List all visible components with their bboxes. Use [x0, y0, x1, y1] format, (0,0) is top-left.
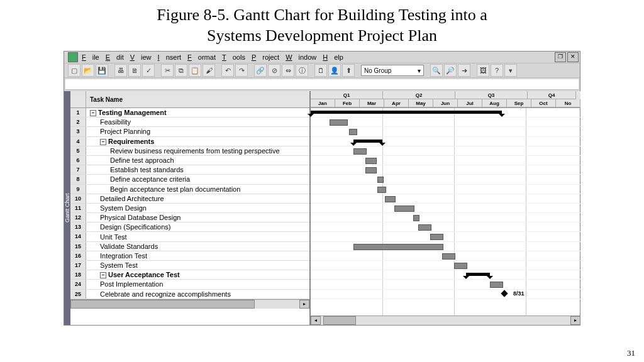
undo-icon[interactable]: ↶ [221, 64, 234, 77]
task-row[interactable]: 11System Design [70, 204, 309, 213]
scroll-left-icon[interactable]: ◂ [311, 316, 321, 325]
row-number[interactable]: 6 [70, 156, 86, 165]
goto-icon[interactable]: ➜ [458, 64, 470, 77]
task-bar[interactable] [330, 119, 348, 126]
publish-icon[interactable]: ⬆ [342, 64, 355, 77]
task-name-cell[interactable]: Design (Specifications) [86, 223, 171, 231]
task-row[interactable]: 16Integration Test [70, 251, 309, 261]
row-number[interactable]: 14 [70, 232, 86, 241]
redo-icon[interactable]: ↷ [235, 64, 248, 77]
collapse-icon[interactable]: − [90, 110, 96, 116]
task-name-cell[interactable]: Detailed Architecture [86, 195, 164, 202]
new-icon[interactable]: ▢ [68, 64, 80, 77]
task-row[interactable]: 17System Test [70, 261, 309, 270]
menu-insert[interactable]: Insert [158, 53, 182, 61]
task-bar[interactable] [385, 196, 396, 202]
preview-icon[interactable]: 🗎 [128, 64, 141, 77]
menu-file[interactable]: File [82, 53, 99, 61]
note-icon[interactable]: 🗒 [314, 64, 327, 77]
zoom-in-icon[interactable]: 🔍 [430, 64, 443, 77]
cut-icon[interactable]: ✂ [161, 64, 174, 77]
task-row[interactable]: 14Unit Test [70, 232, 309, 241]
task-row[interactable]: 3Project Planning [70, 127, 309, 136]
spell-icon[interactable]: ✓ [142, 64, 155, 77]
task-name-cell[interactable]: Review business requirements from testin… [86, 147, 280, 155]
task-row[interactable]: 24Post Implementation [70, 280, 309, 289]
paste-icon[interactable]: 📋 [189, 64, 201, 77]
task-row[interactable]: 2Feasibility [70, 118, 309, 127]
group-combo[interactable]: No Group ▾ [361, 65, 424, 76]
row-number[interactable]: 7 [70, 165, 86, 174]
task-name-cell[interactable]: Unit Test [86, 233, 127, 241]
task-name-cell[interactable]: System Design [86, 204, 147, 212]
unlink-icon[interactable]: ⊘ [268, 64, 280, 77]
zoom-out-icon[interactable]: 🔎 [444, 64, 457, 77]
menu-window[interactable]: Window [286, 53, 316, 61]
app-icon[interactable] [68, 52, 78, 62]
row-number[interactable]: 24 [70, 280, 86, 288]
menu-help[interactable]: Help [323, 53, 343, 61]
task-name-cell[interactable]: Celebrate and recognize accomplishments [86, 290, 231, 298]
task-bar[interactable] [353, 244, 443, 250]
menu-edit[interactable]: Edit [106, 53, 124, 61]
task-row[interactable]: 25Celebrate and recognize accomplishment… [70, 290, 309, 299]
print-icon[interactable]: 🖶 [114, 64, 127, 77]
task-name-cell[interactable]: Validate Standards [86, 243, 158, 250]
menu-project[interactable]: Project [252, 53, 279, 61]
task-name-cell[interactable]: Define test approach [86, 156, 174, 164]
split-icon[interactable]: ⇔ [282, 64, 294, 77]
task-bar[interactable] [377, 177, 384, 183]
task-row[interactable]: 8Define acceptance criteria [70, 175, 309, 184]
milestone-marker[interactable] [501, 290, 508, 297]
row-number[interactable]: 13 [70, 222, 86, 231]
task-bar[interactable] [365, 167, 376, 173]
task-name-cell[interactable]: Project Planning [86, 128, 150, 135]
restore-button[interactable]: ❐ [555, 52, 566, 62]
format-painter-icon[interactable]: 🖌 [203, 64, 215, 77]
task-name-cell[interactable]: Define acceptance criteria [86, 175, 190, 183]
summary-bar[interactable] [311, 111, 502, 114]
task-name-cell[interactable]: Begin acceptance test plan documentation [86, 185, 240, 193]
toolbar-options-icon[interactable]: ▾ [504, 64, 517, 77]
task-row[interactable]: 18−User Acceptance Test [70, 270, 309, 280]
close-button[interactable]: ✕ [567, 52, 579, 62]
link-icon[interactable]: 🔗 [254, 64, 267, 77]
task-name-header[interactable]: Task Name [86, 96, 309, 103]
row-number[interactable]: 3 [70, 127, 86, 136]
task-row[interactable]: 6Define test approach [70, 156, 309, 165]
row-number[interactable]: 11 [70, 204, 86, 212]
task-name-cell[interactable]: −Requirements [86, 138, 154, 145]
task-name-cell[interactable]: −Testing Management [86, 109, 167, 116]
grid-horizontal-scrollbar[interactable]: ▸ [70, 299, 309, 309]
task-name-cell[interactable]: −User Acceptance Test [86, 271, 180, 278]
row-number[interactable]: 8 [70, 175, 86, 184]
task-name-cell[interactable]: Physical Database Design [86, 214, 180, 221]
row-number[interactable]: 4 [70, 137, 86, 146]
task-name-cell[interactable]: Feasibility [86, 118, 131, 126]
help-icon[interactable]: ? [491, 64, 503, 77]
task-row[interactable]: 5Review business requirements from testi… [70, 146, 309, 156]
task-name-cell[interactable]: Post Implementation [86, 280, 163, 288]
collapse-icon[interactable]: − [100, 272, 106, 278]
task-name-cell[interactable]: System Test [86, 261, 138, 269]
task-row[interactable]: 4−Requirements [70, 137, 309, 146]
row-number-header[interactable] [70, 91, 86, 107]
row-number[interactable]: 12 [70, 213, 86, 222]
task-row[interactable]: 12Physical Database Design [70, 213, 309, 222]
task-row[interactable]: 9Begin acceptance test plan documentatio… [70, 185, 309, 194]
task-bar[interactable] [418, 224, 431, 231]
task-row[interactable]: 1−Testing Management [70, 108, 309, 118]
menu-view[interactable]: View [130, 53, 152, 61]
entry-bar[interactable] [65, 79, 579, 90]
row-number[interactable]: 2 [70, 118, 86, 126]
task-name-cell[interactable]: Establish test standards [86, 166, 184, 173]
row-number[interactable]: 18 [70, 270, 86, 279]
row-number[interactable]: 10 [70, 194, 86, 203]
copy-picture-icon[interactable]: 🖼 [477, 64, 489, 77]
task-bar[interactable] [365, 158, 376, 164]
chart-horizontal-scrollbar[interactable]: ◂ ▸ [311, 315, 580, 325]
info-icon[interactable]: ⓘ [296, 64, 308, 77]
task-bar[interactable] [377, 187, 386, 193]
task-bar[interactable] [349, 129, 357, 135]
view-bar[interactable]: Gantt Chart [64, 91, 70, 325]
